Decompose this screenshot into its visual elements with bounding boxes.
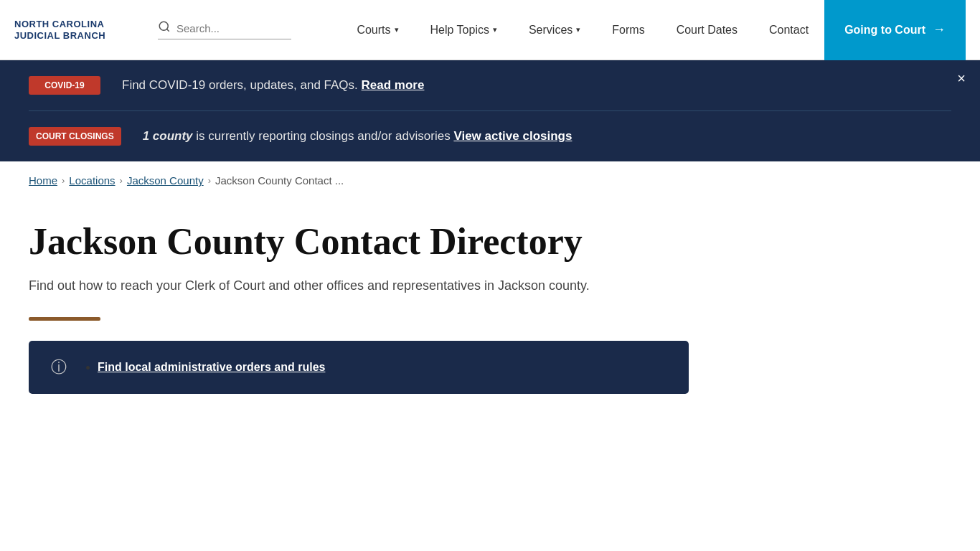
breadcrumb-sep-2: › — [120, 175, 123, 186]
site-header: NORTH CAROLINA JUDICIAL BRANCH Courts ▾ … — [0, 0, 980, 60]
close-button[interactable]: × — [957, 71, 966, 85]
covid-alert-row: COVID-19 Find COVID-19 orders, updates, … — [29, 60, 951, 110]
main-nav: Courts ▾ Help Topics ▾ Services ▾ Forms … — [341, 0, 824, 60]
view-active-closings-link[interactable]: View active closings — [453, 129, 572, 143]
svg-point-0 — [159, 22, 168, 30]
site-logo: NORTH CAROLINA JUDICIAL BRANCH — [14, 19, 143, 41]
search-icon — [158, 20, 171, 36]
admin-orders-link[interactable]: Find local administrative orders and rul… — [98, 361, 325, 373]
chevron-down-icon: ▾ — [576, 25, 580, 34]
search-input[interactable] — [176, 22, 291, 34]
breadcrumb-jackson-county[interactable]: Jackson County — [127, 174, 204, 187]
arrow-right-icon: → — [933, 22, 946, 37]
logo-line2: JUDICIAL BRANCH — [14, 30, 143, 42]
main-content: Jackson County Contact Directory Find ou… — [0, 199, 717, 423]
breadcrumb-sep-1: › — [62, 175, 65, 186]
nav-help-topics[interactable]: Help Topics ▾ — [415, 0, 513, 60]
nav-services[interactable]: Services ▾ — [513, 0, 596, 60]
covid-read-more-link[interactable]: Read more — [362, 78, 425, 92]
covid-alert-text: Find COVID-19 orders, updates, and FAQs.… — [122, 78, 424, 93]
logo-line1: NORTH CAROLINA — [14, 19, 143, 30]
breadcrumb-current: Jackson County Contact ... — [215, 174, 344, 187]
breadcrumb-locations[interactable]: Locations — [69, 174, 115, 187]
nav-contact[interactable]: Contact — [753, 0, 824, 60]
going-to-court-button[interactable]: Going to Court → — [824, 0, 966, 60]
breadcrumb-sep-3: › — [208, 175, 211, 186]
page-subtitle: Find out how to reach your Clerk of Cour… — [29, 276, 689, 296]
alert-banner: × COVID-19 Find COVID-19 orders, updates… — [0, 60, 980, 161]
nav-courts[interactable]: Courts ▾ — [341, 0, 414, 60]
covid-badge: COVID-19 — [29, 76, 100, 95]
chevron-down-icon: ▾ — [395, 25, 399, 34]
nav-forms[interactable]: Forms — [596, 0, 660, 60]
nav-court-dates[interactable]: Court Dates — [661, 0, 753, 60]
info-circle-icon: ⓘ — [49, 357, 69, 378]
page-title: Jackson County Contact Directory — [29, 221, 689, 262]
info-box: ⓘ Find local administrative orders and r… — [29, 341, 689, 394]
court-closings-badge: COURT CLOSINGS — [29, 127, 121, 146]
closings-count: 1 county — [143, 129, 193, 143]
chevron-down-icon: ▾ — [493, 25, 497, 34]
svg-line-1 — [166, 29, 169, 31]
accent-divider — [29, 317, 100, 321]
breadcrumb-home[interactable]: Home — [29, 174, 57, 187]
court-closings-alert-row: COURT CLOSINGS 1 county is currently rep… — [29, 110, 951, 161]
court-closings-text: 1 county is currently reporting closings… — [143, 129, 573, 143]
breadcrumb: Home › Locations › Jackson County › Jack… — [0, 161, 980, 199]
search-area[interactable] — [158, 20, 291, 39]
